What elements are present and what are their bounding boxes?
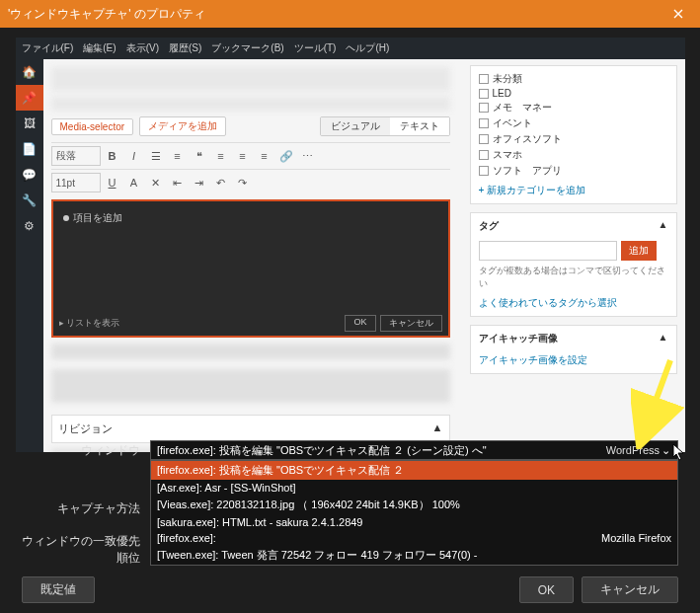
dropdown-option[interactable]: [sakura.exe]: HTML.txt - sakura 2.4.1.28…: [151, 514, 677, 530]
menu-item: ヘルプ(H): [346, 41, 389, 55]
ol-icon: ≡: [168, 146, 188, 166]
editor-view-tabs: ビジュアル テキスト: [320, 116, 450, 136]
editor-ok: OK: [345, 315, 375, 332]
editor-add-item: 項目を追加: [59, 207, 442, 229]
menu-item: 表示(V): [126, 41, 159, 55]
menu-item: 編集(E): [83, 41, 116, 55]
tag-note: タグが複数ある場合はコンマで区切ってください: [479, 265, 668, 290]
quote-icon: ❝: [190, 146, 209, 166]
titlebar: 'ウィンドウキャプチャ' のプロパティ: [0, 0, 700, 28]
close-button[interactable]: [664, 0, 692, 28]
bold-icon: B: [103, 146, 122, 166]
window-select-suffix: WordPress: [606, 444, 660, 456]
window-select-dropdown: [firefox.exe]: 投稿を編集 "OBSでツイキャス配信 ２ [Asr…: [150, 460, 678, 566]
popular-tags-link: よく使われているタグから選択: [479, 296, 668, 310]
featured-title: アイキャッチ画像: [479, 332, 558, 345]
footer-buttons: 既定値 OK キャンセル: [22, 576, 678, 603]
undo-icon: ↶: [211, 173, 231, 192]
collapse-caret-icon: ▲: [659, 219, 668, 233]
collapse-caret-icon: ▲: [659, 332, 668, 345]
paragraph-select: 段落: [51, 146, 101, 166]
sidebar-icon: 🖼: [16, 111, 43, 136]
categories-panel: 未分類 LED メモ マネー イベント オフィスソフト スマホ ソフト アプリ …: [470, 65, 677, 204]
wp-side-panels: 未分類 LED メモ マネー イベント オフィスソフト スマホ ソフト アプリ …: [470, 65, 677, 382]
tag-input: [479, 241, 617, 261]
window-select[interactable]: [firefox.exe]: 投稿を編集 "OBSでツイキャス配信 ２ (シーン…: [150, 440, 678, 460]
menu-item: 履歴(S): [169, 41, 201, 55]
cat-item: LED: [479, 88, 668, 99]
align-center-icon: ≡: [233, 146, 253, 166]
blurred-status: [51, 344, 450, 359]
ul-icon: ☰: [146, 146, 166, 166]
wp-admin-sidebar: 🏠 📌 🖼 📄 💬 🔧 ⚙: [16, 59, 43, 452]
align-left-icon: ≡: [211, 146, 231, 166]
featured-image-panel: アイキャッチ画像▲ アイキャッチ画像を設定: [470, 325, 677, 374]
blurred-title-row: [51, 67, 450, 91]
revision-title: リビジョン: [58, 421, 113, 436]
add-tag-button: 追加: [621, 241, 657, 261]
sidebar-icon: ⚙: [16, 213, 43, 239]
dropdown-option[interactable]: [Asr.exe]: Asr - [SS-WinShot]: [151, 480, 677, 496]
menu-item: ツール(T): [294, 41, 337, 55]
clear-icon: ✕: [146, 173, 166, 192]
link-icon: 🔗: [276, 146, 296, 166]
sidebar-icon: 💬: [16, 162, 43, 188]
tags-panel: タグ▲ 追加 タグが複数ある場合はコンマで区切ってください よく使われているタグ…: [470, 212, 677, 317]
cursor-icon: [672, 443, 686, 464]
sidebar-icon: 🔧: [16, 188, 43, 213]
cat-item: ソフト アプリ: [479, 164, 668, 178]
italic-icon: I: [124, 146, 144, 166]
preview-area: ファイル(F) 編集(E) 表示(V) 履歴(S) ブックマーク(B) ツール(…: [16, 38, 685, 452]
chevron-down-icon: ⌄: [660, 444, 671, 457]
text-color-icon: A: [124, 173, 144, 192]
captured-window-preview: ファイル(F) 編集(E) 表示(V) 履歴(S) ブックマーク(B) ツール(…: [16, 38, 685, 452]
add-media-button: メディアを追加: [139, 116, 226, 136]
tab-visual: ビジュアル: [321, 117, 390, 135]
cat-item: 未分類: [479, 72, 668, 86]
dropdown-option[interactable]: [Tween.exe]: Tween 発言 72542 フォロー 419 フォロ…: [151, 546, 677, 565]
window-label: ウィンドウ: [22, 440, 150, 459]
collapse-caret-icon: ▲: [432, 421, 443, 436]
more-icon: ⋯: [298, 146, 318, 166]
sidebar-icon-posts: 📌: [16, 85, 43, 111]
outdent-icon: ⇥: [190, 173, 209, 192]
close-icon: [673, 9, 683, 19]
sidebar-icon: 🏠: [16, 59, 43, 85]
editor-toolbar-1: 段落 B I ☰ ≡ ❝ ≡ ≡ ≡ 🔗 ⋯: [51, 142, 450, 169]
ok-button[interactable]: OK: [519, 576, 574, 603]
editor-content-block: 項目を追加 ▸ リストを表示 OK キャンセル: [51, 199, 450, 338]
menu-item: ファイル(F): [22, 41, 74, 55]
sidebar-icon: 📄: [16, 136, 43, 162]
redo-icon: ↷: [233, 173, 253, 192]
cancel-button[interactable]: キャンセル: [582, 576, 678, 603]
dropdown-option[interactable]: [firefox.exe]: Mozilla Firefox: [151, 530, 677, 546]
editor-cancel: キャンセル: [380, 315, 442, 332]
add-category-link: + 新規カテゴリーを追加: [479, 184, 668, 197]
cat-item: メモ マネー: [479, 101, 668, 115]
window-title: 'ウィンドウキャプチャ' のプロパティ: [8, 6, 664, 23]
cat-item: オフィスソフト: [479, 132, 668, 146]
defaults-button[interactable]: 既定値: [22, 576, 95, 603]
media-selector-button: Media-selector: [51, 118, 134, 135]
media-button-row: Media-selector メディアを追加 ビジュアル テキスト: [51, 116, 450, 136]
tags-title: タグ: [479, 219, 499, 233]
blurred-row: [51, 369, 450, 403]
align-right-icon: ≡: [255, 146, 274, 166]
menu-item: ブックマーク(B): [211, 41, 283, 55]
window-select-value: [firefox.exe]: 投稿を編集 "OBSでツイキャス配信 ２ (シーン…: [157, 443, 537, 458]
list-label: ▸ リストを表示: [59, 317, 120, 330]
cat-item: スマホ: [479, 148, 668, 162]
tab-text: テキスト: [390, 117, 449, 135]
blurred-permalink-row: [51, 97, 450, 111]
font-size-select: 11pt: [51, 173, 101, 192]
firefox-menubar: ファイル(F) 編集(E) 表示(V) 履歴(S) ブックマーク(B) ツール(…: [16, 38, 685, 59]
set-featured-link: アイキャッチ画像を設定: [479, 353, 668, 367]
revision-panel: リビジョン ▲: [51, 415, 450, 443]
wp-editor-main: Media-selector メディアを追加 ビジュアル テキスト 段落 B I…: [43, 59, 458, 452]
cat-item: イベント: [479, 116, 668, 130]
dropdown-option[interactable]: [Vieas.exe]: 2208132118.jpg （ 196x402 24…: [151, 496, 677, 514]
indent-icon: ⇤: [168, 173, 188, 192]
dropdown-option[interactable]: [firefox.exe]: 投稿を編集 "OBSでツイキャス配信 ２: [151, 461, 677, 480]
underline-icon: U: [103, 173, 122, 192]
editor-toolbar-2: 11pt U A ✕ ⇤ ⇥ ↶ ↷: [51, 169, 450, 195]
